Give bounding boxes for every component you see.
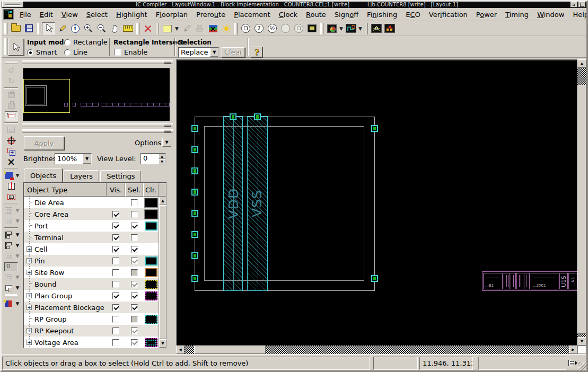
checkbox-icon[interactable] [112, 211, 119, 218]
edit-pencil-button[interactable] [55, 22, 68, 34]
menu-edit[interactable]: Edit [36, 9, 57, 20]
sel-checkbox[interactable] [125, 197, 143, 208]
sel-checkbox[interactable] [125, 208, 143, 220]
congestion-map-button[interactable]: 3 [383, 22, 396, 34]
checkbox-icon[interactable] [131, 304, 138, 311]
enable-checkbox[interactable]: Enable [114, 48, 147, 56]
menu-highlight[interactable]: Highlight [112, 9, 152, 20]
vis-checkbox[interactable] [107, 325, 125, 336]
toolbar-grip[interactable] [4, 23, 7, 34]
chevron-down-icon[interactable]: ▼ [15, 229, 20, 240]
color-swatch-cell[interactable] [143, 325, 159, 336]
help-button[interactable]: ? [251, 47, 262, 57]
tab-objects[interactable]: Objects [24, 169, 63, 182]
vis-checkbox[interactable] [107, 220, 125, 232]
scroll-right-icon[interactable]: ▶ [569, 346, 577, 354]
chevron-down-icon[interactable]: ▼ [210, 48, 218, 57]
spin-up-icon[interactable]: ▲ [159, 154, 165, 159]
toolbar-grip[interactable] [5, 294, 17, 297]
chevron-down-icon[interactable]: ▼ [15, 298, 20, 309]
checkbox-icon[interactable] [131, 211, 138, 218]
checkbox-icon[interactable] [131, 199, 138, 206]
checkbox-icon[interactable] [112, 281, 119, 288]
tab-settings[interactable]: Settings [100, 170, 141, 182]
wire-width-button[interactable] [2, 272, 15, 282]
menu-signoff[interactable]: Signoff [330, 9, 363, 20]
overview-minimap[interactable] [23, 68, 170, 122]
port[interactable] [191, 275, 198, 282]
checkbox-icon[interactable] [112, 269, 119, 276]
chevron-down-icon[interactable]: ▼ [83, 154, 91, 164]
scrollbar-thumb[interactable] [159, 205, 166, 339]
zoom-area-button[interactable] [305, 22, 319, 34]
vis-checkbox[interactable] [107, 197, 125, 208]
sel-checkbox[interactable] [125, 220, 143, 232]
menu-select[interactable]: Select [82, 9, 112, 20]
select-filter-button[interactable] [2, 283, 15, 293]
table-row[interactable]: +Placement Blockage [24, 302, 159, 313]
clear-highlight-button[interactable] [193, 22, 206, 34]
checkbox-icon[interactable] [131, 327, 138, 334]
menu-file[interactable]: File [15, 9, 36, 20]
table-scrollbar[interactable]: ▲ ▼ [159, 197, 166, 348]
std-cell[interactable]: ...2XC1 [531, 273, 558, 289]
horizontal-scrollbar[interactable]: ◀ ▶ [176, 346, 577, 354]
color-swatch-cell[interactable] [143, 243, 159, 255]
unroute-button[interactable] [141, 22, 154, 34]
checkbox-icon[interactable] [131, 258, 138, 264]
chevron-down-icon[interactable]: ▼ [15, 251, 20, 261]
minimize-button[interactable] [571, 2, 577, 7]
chevron-down-icon[interactable]: ▼ [15, 205, 20, 216]
expand-toggle[interactable]: + [24, 267, 34, 278]
open-button[interactable] [9, 22, 22, 34]
color-swatch-cell[interactable] [143, 255, 159, 267]
chevron-down-icon[interactable]: ▼ [338, 23, 344, 34]
color-swatch-cell[interactable] [143, 278, 159, 290]
delete-button[interactable]: × [5, 157, 17, 167]
color-swatch-cell[interactable] [143, 302, 159, 313]
scrollbar-thumb[interactable] [577, 85, 586, 334]
port[interactable] [191, 167, 198, 174]
resize-grip[interactable] [578, 362, 586, 370]
menu-window[interactable]: Window [533, 9, 568, 20]
color-swatch-cell[interactable] [143, 313, 159, 325]
apply-button[interactable]: Apply [24, 136, 64, 150]
std-cell[interactable] [511, 273, 516, 289]
color-swatch-cell[interactable] [143, 232, 159, 243]
maximize-button[interactable] [578, 2, 585, 7]
menu-timing[interactable]: Timing [501, 9, 533, 20]
checkbox-icon[interactable] [112, 258, 119, 264]
port[interactable] [191, 125, 198, 132]
port[interactable] [191, 210, 198, 217]
table-row[interactable]: +Site Row [24, 267, 159, 278]
port[interactable] [191, 146, 198, 153]
color-swatch-cell[interactable] [143, 208, 159, 220]
zoom-2x-button[interactable]: 2 [252, 22, 266, 34]
query-info-button[interactable]: i [68, 22, 82, 34]
color-swatch[interactable] [145, 291, 157, 300]
scroll-down-icon[interactable]: ▼ [159, 339, 166, 348]
menu-power[interactable]: Power [472, 9, 501, 20]
chevron-down-icon[interactable]: ▼ [357, 23, 363, 34]
save-button[interactable] [22, 22, 36, 34]
checkbox-icon[interactable] [112, 316, 119, 323]
std-cell[interactable]: ...B1 [483, 273, 503, 289]
task-button[interactable] [2, 299, 15, 309]
radio-line[interactable]: Line [64, 48, 87, 56]
color-swatch-cell[interactable] [143, 290, 159, 302]
menu-placement[interactable]: Placement [230, 9, 275, 20]
toolbar-grip[interactable] [5, 61, 17, 64]
highlight-button[interactable] [180, 22, 193, 34]
snapshot-button[interactable] [325, 22, 338, 34]
color-swatch[interactable] [145, 268, 157, 277]
select-pointer-button[interactable] [8, 39, 24, 56]
scroll-down-icon[interactable]: ▼ [577, 337, 586, 346]
port[interactable] [371, 275, 378, 282]
grid-value-field[interactable]: 0 [4, 262, 18, 271]
pan-button[interactable] [108, 22, 121, 34]
toolbar-grip[interactable] [4, 38, 7, 55]
zoom-fit-button[interactable] [239, 22, 252, 34]
color-swatch[interactable] [145, 210, 157, 219]
checkbox-icon[interactable] [131, 269, 138, 276]
menu-finishing[interactable]: Finishing [363, 9, 401, 20]
